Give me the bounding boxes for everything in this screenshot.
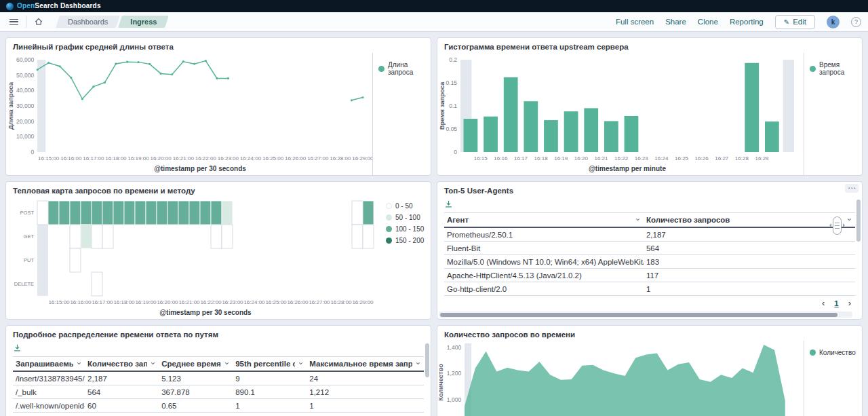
svg-text:16:17: 16:17 <box>514 155 528 162</box>
legend-item[interactable]: Время запроса <box>810 61 861 76</box>
svg-text:16:20:00: 16:20:00 <box>157 299 178 305</box>
legend-item[interactable]: 50 - 100 <box>386 214 429 221</box>
svg-text:1,400: 1,400 <box>447 344 462 351</box>
home-button[interactable] <box>32 15 45 29</box>
table-row: Prometheus/2.50.12,187 <box>444 227 855 242</box>
svg-text:GET: GET <box>24 233 35 240</box>
table-cell: 1 <box>307 413 424 416</box>
svg-text:10,000: 10,000 <box>16 133 34 140</box>
panel-heatmap: Тепловая карта запросов по времени и мет… <box>5 181 431 320</box>
opensearch-logo-icon <box>6 3 14 10</box>
chart-legend: Длина запроса <box>372 53 431 175</box>
full-screen-link[interactable]: Full screen <box>616 18 654 26</box>
svg-text:30,000: 30,000 <box>16 102 34 109</box>
legend-dot-icon <box>378 66 384 72</box>
svg-text:0.1: 0.1 <box>449 102 457 109</box>
column-header[interactable]: Запрашиваемый путь <box>13 357 85 372</box>
table-cell: 1,212 <box>307 385 424 399</box>
svg-text:16:20: 16:20 <box>574 155 589 162</box>
svg-text:POST: POST <box>20 210 35 216</box>
breadcrumb: Dashboards Ingress <box>58 16 167 28</box>
edit-button[interactable]: ✎ Edit <box>775 15 815 29</box>
help-icon[interactable]: ? <box>851 17 861 27</box>
legend-label: 150 - 200 <box>395 237 424 244</box>
legend-label: Количество <box>819 349 856 356</box>
svg-text:16:29: 16:29 <box>755 155 770 162</box>
svg-text:16:17:00: 16:17:00 <box>92 299 113 305</box>
svg-text:16:16:00: 16:16:00 <box>70 299 92 305</box>
table-row: /.well-known/openid-configura600.6511 <box>13 399 424 413</box>
svg-text:16:26: 16:26 <box>695 155 709 162</box>
column-label: Агент <box>447 216 469 224</box>
table-cell: Prometheus/2.50.1 <box>444 227 644 242</box>
legend-item[interactable]: Количество <box>810 349 861 356</box>
table-cell: 564 <box>644 242 855 255</box>
svg-text:@timestamp per minute: @timestamp per minute <box>589 165 666 172</box>
download-icon[interactable] <box>13 343 22 352</box>
legend-item[interactable]: 100 - 150 <box>386 225 429 233</box>
clone-link[interactable]: Clone <box>698 18 718 26</box>
legend-item[interactable]: 0 - 50 <box>386 202 429 210</box>
vertical-scrollbar[interactable] <box>425 341 429 416</box>
svg-text:16:18:00: 16:18:00 <box>105 155 127 162</box>
legend-dot-icon <box>810 349 816 356</box>
column-header[interactable]: Максимальное время запроса (мс) <box>307 357 424 372</box>
table-cell: 564 <box>85 385 159 399</box>
legend-item[interactable]: 150 - 200 <box>386 237 429 244</box>
column-header[interactable]: Количество запросов <box>85 357 159 372</box>
panel-title: Топ-5 User-Agents <box>437 182 862 197</box>
svg-text:16:18: 16:18 <box>534 155 549 162</box>
table-cell: 890.1 <box>233 385 307 399</box>
breadcrumb-ingress[interactable]: Ingress <box>120 16 167 28</box>
pagination: ‹ 1 › <box>822 298 851 308</box>
breadcrumb-dashboards[interactable]: Dashboards <box>58 16 118 28</box>
svg-text:50,000: 50,000 <box>16 72 34 79</box>
reporting-link[interactable]: Reporting <box>730 18 764 26</box>
table-row: /insert/3138783945/promethe2,1875.123924 <box>13 371 424 385</box>
page-number[interactable]: 1 <box>834 299 838 307</box>
svg-text:16:17:00: 16:17:00 <box>83 155 104 162</box>
sort-chevron-icon <box>415 360 421 368</box>
legend-item[interactable]: Длина запроса <box>378 61 429 76</box>
table-cell: 9 <box>233 371 307 385</box>
histogram-chart[interactable]: 00.050.10.150.216:1516:1616:1716:1816:19… <box>437 53 804 175</box>
table-cell: 0.65 <box>159 399 233 413</box>
column-header[interactable]: Количество запросов <box>644 213 855 228</box>
panel-line-chart: Линейный график средней длины ответа 010… <box>5 37 431 176</box>
column-header[interactable]: Среднее время запроса... <box>159 357 233 372</box>
panel-area-chart: Количество запросов во времени 1,0001,20… <box>437 325 863 416</box>
svg-text:1,000: 1,000 <box>447 396 462 403</box>
line-chart[interactable]: 010,00020,00030,00040,00050,00060,00016:… <box>6 53 372 175</box>
heatmap-chart[interactable]: POSTGETPUTDELETE16:15:0016:16:0016:17:00… <box>6 197 380 319</box>
panel-options-icon[interactable]: ⋯ <box>845 184 859 193</box>
legend-dot-icon <box>386 226 392 232</box>
home-icon <box>34 17 43 26</box>
table-cell: /_bulk <box>13 385 85 399</box>
prev-page-icon[interactable]: ‹ <box>822 298 825 308</box>
share-link[interactable]: Share <box>665 18 686 26</box>
svg-text:@timestamp per 30 seconds: @timestamp per 30 seconds <box>159 309 252 316</box>
legend-label: Длина запроса <box>388 61 429 76</box>
next-page-icon[interactable]: › <box>848 298 851 308</box>
svg-text:16:28: 16:28 <box>735 155 749 162</box>
horizontal-scrollbar[interactable] <box>439 311 852 318</box>
svg-text:16:19: 16:19 <box>554 155 568 162</box>
app-header: OpenSearch Dashboards <box>0 0 868 12</box>
svg-text:16:25:00: 16:25:00 <box>262 155 284 162</box>
table-cell: 58 <box>85 413 159 416</box>
menu-button[interactable] <box>7 15 20 29</box>
resize-drag-handle[interactable] <box>833 216 842 235</box>
area-chart[interactable]: 1,0001,2001,400Количество <box>437 341 804 416</box>
avatar[interactable]: k <box>827 16 840 29</box>
download-icon[interactable] <box>444 200 453 208</box>
table-cell: Fluent-Bit <box>444 242 644 255</box>
grip-icon <box>835 225 840 227</box>
sort-chevron-icon <box>150 360 156 368</box>
legend-dot-icon <box>386 238 392 244</box>
vertical-scrollbar[interactable] <box>856 197 861 309</box>
table-cell: 60 <box>85 399 159 413</box>
column-header[interactable]: Агент <box>444 213 644 228</box>
column-header[interactable]: 95th percentile of време... <box>233 357 307 372</box>
svg-text:16:21:00: 16:21:00 <box>173 155 195 162</box>
table-row: Go-http-client/2.01 <box>444 282 855 296</box>
